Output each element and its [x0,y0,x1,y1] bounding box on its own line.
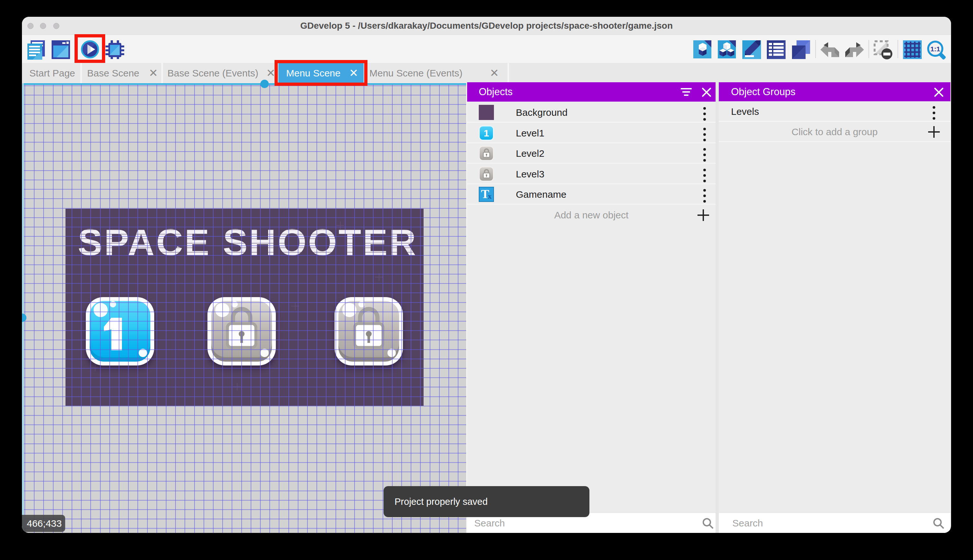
svg-text:1:1: 1:1 [930,45,940,53]
